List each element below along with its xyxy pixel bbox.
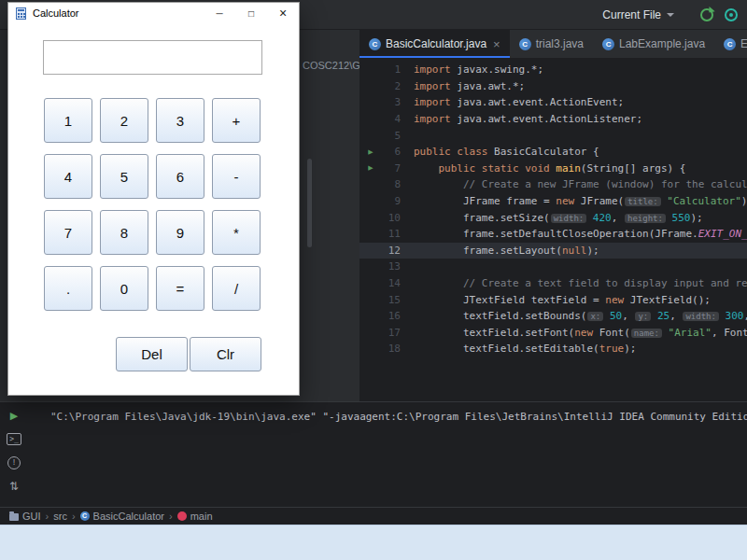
code-line-6[interactable]: ▶6public class BasicCalculator { [359,144,747,161]
tab-trial3-java[interactable]: Ctrial3.java [510,30,593,58]
java-class-icon: C [519,38,531,50]
code-area: 1import javax.swing.*;2import java.awt.*… [359,62,747,357]
minimize-button[interactable]: ─ [204,3,235,23]
run-configuration-selector[interactable]: Current File [602,8,674,21]
code-line-17[interactable]: 17 textField.setFont(new Font(name: "Ari… [359,325,747,342]
code-line-18[interactable]: 18 textField.setEditable(true); [359,341,747,357]
run-tool-icon[interactable]: ▶ [2,404,26,427]
project-panel[interactable]: COSC212\GU [301,30,359,401]
calculator-display-field[interactable] [43,40,262,75]
calc-del-button[interactable]: Del [116,337,188,371]
code-line-4[interactable]: 4import java.awt.event.ActionListener; [359,111,747,128]
code-line-2[interactable]: 2import java.awt.*; [359,78,747,95]
tool-window-stripe: ▶>_!⇅» [0,404,28,521]
calculator-app-icon [16,7,26,20]
code-line-3[interactable]: 3import java.awt.event.ActionEvent; [359,94,747,111]
chevron-down-icon [667,13,674,17]
run-line-icon[interactable]: ▶ [363,164,378,172]
code-line-5[interactable]: 5 [359,127,747,144]
tab-labexample-java[interactable]: CLabExample.java [593,30,714,58]
run-line-icon[interactable]: ▶ [363,148,378,156]
breadcrumb-main[interactable]: main [177,511,213,522]
java-class-icon: C [369,38,381,50]
breadcrumb-separator: › [169,511,173,522]
calc-key--[interactable]: - [212,154,261,199]
settings-gear-icon[interactable] [725,8,738,21]
terminal-tool-icon[interactable]: >_ [2,427,26,451]
breadcrumb-gui[interactable]: GUI [9,511,41,522]
calc-clr-button[interactable]: Clr [190,337,261,371]
calc-key-*[interactable]: * [212,210,261,255]
breadcrumb-src[interactable]: src [53,511,67,522]
calc-key-7[interactable]: 7 [44,210,92,255]
calc-key-/[interactable]: / [212,266,261,311]
console-output: "C:\Program Files\Java\jdk-19\bin\java.e… [50,411,747,423]
calculator-titlebar[interactable]: Calculator ─ □ × [8,3,299,23]
tab-eve[interactable]: CEve [714,30,747,58]
calc-key-5[interactable]: 5 [100,154,148,199]
calc-key-+[interactable]: + [212,98,261,143]
breadcrumb-bar: GUI›src›CBasicCalculator›main [0,507,747,525]
window-title: Calculator [33,7,204,19]
code-line-1[interactable]: 1import javax.swing.*; [359,62,747,78]
class-icon: C [80,511,90,521]
editor-tabs: CBasicCalculator.java×Ctrial3.javaCLabEx… [359,30,747,58]
taskbar: Search ePCIJ [0,525,747,560]
code-line-14[interactable]: 14 // Create a text field to display inp… [359,275,747,292]
calculator-window: Calculator ─ □ × 123+456-789*.0=/ DelClr [7,2,300,396]
calc-key-=[interactable]: = [156,266,204,311]
code-line-13[interactable]: 13 [359,259,747,275]
project-path-fragment: COSC212\GU [303,60,359,71]
run-console: ▶>_!⇅» "C:\Program Files\Java\jdk-19\bin… [0,401,747,507]
maximize-button[interactable]: □ [235,3,267,23]
calc-key-0[interactable]: 0 [100,266,148,311]
code-line-10[interactable]: 10 frame.setSize(width: 420, height: 550… [359,209,747,226]
code-editor[interactable]: 1import javax.swing.*;2import java.awt.*… [359,58,747,401]
tab-basiccalculator-java[interactable]: CBasicCalculator.java× [359,30,510,58]
calc-key-3[interactable]: 3 [156,98,204,143]
calc-key-1[interactable]: 1 [44,98,92,143]
code-line-9[interactable]: 9 JFrame frame = new JFrame(title: "Calc… [359,193,747,210]
code-line-15[interactable]: 15 JTextField textField = new JTextField… [359,291,747,308]
java-class-icon: C [724,38,736,50]
code-line-7[interactable]: ▶7 public static void main(String[] args… [359,161,747,177]
java-class-icon: C [602,38,614,50]
problems-tool-icon[interactable]: ! [2,451,26,474]
calc-key-4[interactable]: 4 [44,154,92,199]
code-line-16[interactable]: 16 textField.setBounds(x: 50, y: 25, wid… [359,308,747,325]
calc-key-9[interactable]: 9 [156,210,204,255]
calc-key-.[interactable]: . [44,266,92,311]
folder-icon [9,513,19,521]
code-line-8[interactable]: 8 // Create a new JFrame (window) for th… [359,176,747,193]
calc-key-8[interactable]: 8 [100,210,148,255]
breadcrumb-basiccalculator[interactable]: CBasicCalculator [80,511,164,522]
calculator-keypad: 123+456-789*.0=/ [44,98,261,311]
close-button[interactable]: × [267,3,299,23]
run-configuration-label: Current File [602,8,661,21]
breadcrumb-separator: › [72,511,76,522]
project-scrollbar[interactable] [307,159,312,247]
calc-key-2[interactable]: 2 [100,98,148,143]
services-tool-icon[interactable]: ⇅ [2,474,26,497]
rerun-icon[interactable] [700,8,713,21]
method-icon [177,511,187,521]
code-line-12[interactable]: 12 frame.setLayout(null); [359,243,747,259]
code-line-11[interactable]: 11 frame.setDefaultCloseOperation(JFrame… [359,226,747,243]
breadcrumb-separator: › [46,511,49,522]
close-tab-icon[interactable]: × [493,37,500,51]
calc-key-6[interactable]: 6 [156,154,204,199]
